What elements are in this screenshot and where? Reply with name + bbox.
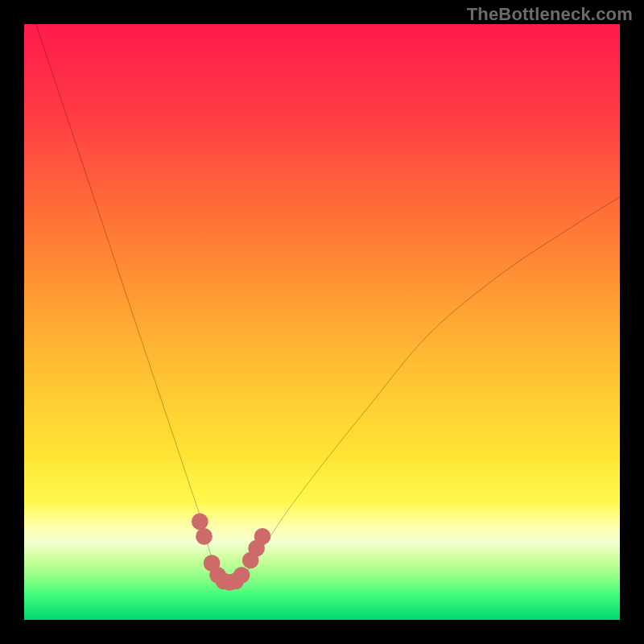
marker-dot [233,567,250,584]
bottleneck-curve [36,24,620,584]
marker-dot [196,528,213,545]
chart-svg [24,24,620,620]
watermark-text: TheBottleneck.com [467,4,633,25]
plot-area [24,24,620,620]
outer-frame: TheBottleneck.com [0,0,644,644]
marker-group [192,514,270,591]
marker-dot [192,514,208,530]
marker-dot [254,528,271,545]
